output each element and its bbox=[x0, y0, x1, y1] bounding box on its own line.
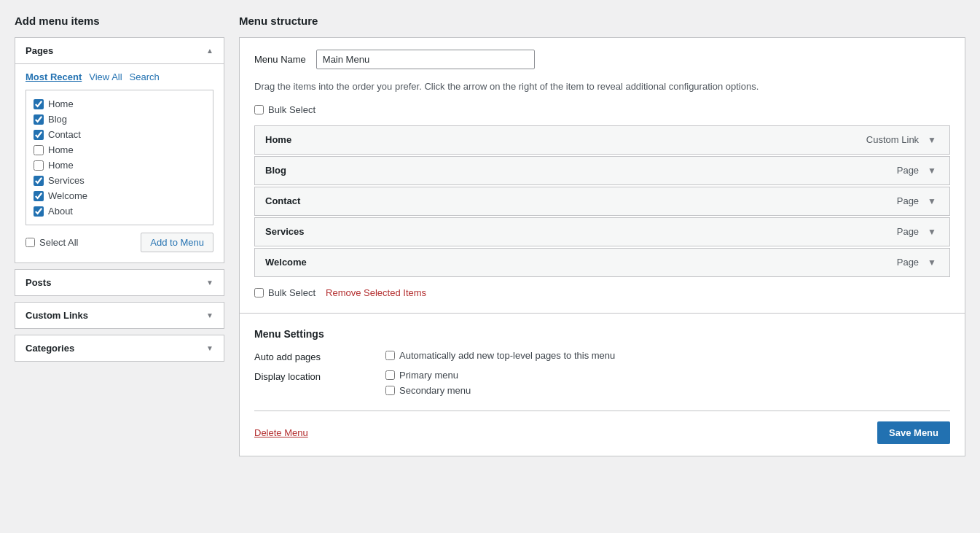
menu-name-input[interactable] bbox=[316, 50, 535, 69]
custom-links-section-label: Custom Links bbox=[26, 310, 88, 321]
posts-section-label: Posts bbox=[26, 277, 51, 288]
secondary-menu-option-label[interactable]: Secondary menu bbox=[385, 385, 471, 396]
page-item-home-unchecked1[interactable]: Home bbox=[34, 142, 205, 157]
pages-bottom-row: Select All Add to Menu bbox=[26, 233, 213, 252]
menu-items-list: Home Custom Link ▼ Blog Page ▼ bbox=[254, 125, 950, 277]
top-bulk-select-label[interactable]: Bulk Select bbox=[254, 104, 950, 115]
pages-accordion-body: Most Recent View All Search Home Blog bbox=[15, 63, 224, 262]
page-checkbox-welcome[interactable] bbox=[34, 191, 44, 201]
page-item-welcome-checked[interactable]: Welcome bbox=[34, 188, 205, 203]
menu-name-label: Menu Name bbox=[254, 54, 306, 65]
right-panel-title: Menu structure bbox=[239, 15, 965, 27]
pages-chevron-up-icon: ▲ bbox=[206, 47, 213, 55]
page-checkbox-home-1[interactable] bbox=[34, 99, 44, 109]
menu-item-services[interactable]: Services Page ▼ bbox=[254, 217, 950, 246]
custom-links-accordion-header[interactable]: Custom Links ▼ bbox=[15, 303, 224, 328]
menu-item-home-expand-button[interactable]: ▼ bbox=[925, 133, 939, 147]
drag-hint: Drag the items into the order you prefer… bbox=[254, 79, 950, 94]
menu-item-blog[interactable]: Blog Page ▼ bbox=[254, 156, 950, 185]
page-item-home-checked[interactable]: Home bbox=[34, 96, 205, 112]
pages-accordion-header[interactable]: Pages ▲ bbox=[15, 38, 224, 63]
footer-row: Delete Menu Save Menu bbox=[254, 411, 950, 444]
top-bulk-select-row: Bulk Select bbox=[254, 104, 950, 115]
menu-settings-title: Menu Settings bbox=[254, 328, 950, 340]
delete-menu-link[interactable]: Delete Menu bbox=[254, 427, 308, 438]
add-menu-items-panel: Add menu items Pages ▲ Most Recent View … bbox=[15, 15, 224, 367]
display-location-label: Display location bbox=[254, 370, 371, 396]
divider bbox=[240, 313, 965, 314]
pages-section-label: Pages bbox=[26, 45, 53, 56]
menu-name-row: Menu Name bbox=[254, 50, 950, 69]
posts-chevron-down-icon: ▼ bbox=[206, 279, 213, 287]
top-bulk-select-checkbox[interactable] bbox=[254, 105, 264, 114]
primary-menu-option-label[interactable]: Primary menu bbox=[385, 370, 471, 381]
select-all-checkbox[interactable] bbox=[26, 238, 35, 247]
page-checkbox-home-3[interactable] bbox=[34, 160, 44, 171]
posts-accordion: Posts ▼ bbox=[15, 269, 224, 296]
auto-add-checkbox[interactable] bbox=[385, 351, 395, 360]
categories-chevron-down-icon: ▼ bbox=[206, 344, 213, 352]
page-item-home-unchecked2[interactable]: Home bbox=[34, 157, 205, 173]
page-item-blog-checked[interactable]: Blog bbox=[34, 112, 205, 127]
left-panel-title: Add menu items bbox=[15, 15, 224, 27]
primary-menu-checkbox[interactable] bbox=[385, 370, 395, 380]
categories-accordion: Categories ▼ bbox=[15, 335, 224, 362]
menu-item-contact[interactable]: Contact Page ▼ bbox=[254, 187, 950, 216]
custom-links-accordion: Custom Links ▼ bbox=[15, 302, 224, 329]
remove-selected-link[interactable]: Remove Selected Items bbox=[326, 287, 426, 298]
categories-accordion-header[interactable]: Categories ▼ bbox=[15, 335, 224, 361]
save-menu-button[interactable]: Save Menu bbox=[877, 421, 950, 444]
auto-add-pages-row: Auto add pages Automatically add new top… bbox=[254, 350, 950, 362]
posts-accordion-header[interactable]: Posts ▼ bbox=[15, 270, 224, 295]
menu-item-welcome[interactable]: Welcome Page ▼ bbox=[254, 248, 950, 277]
page-item-contact-checked[interactable]: Contact bbox=[34, 127, 205, 142]
bottom-bulk-select-row: Bulk Select Remove Selected Items bbox=[254, 287, 950, 298]
select-all-label[interactable]: Select All bbox=[26, 237, 78, 248]
bottom-bulk-select-checkbox[interactable] bbox=[254, 288, 264, 297]
menu-structure-panel: Menu structure Menu Name Drag the items … bbox=[239, 15, 965, 456]
secondary-menu-checkbox[interactable] bbox=[385, 386, 395, 395]
menu-structure-box: Menu Name Drag the items into the order … bbox=[239, 37, 965, 456]
pages-accordion: Pages ▲ Most Recent View All Search Home bbox=[15, 37, 224, 263]
categories-section-label: Categories bbox=[26, 343, 74, 354]
menu-item-welcome-expand-button[interactable]: ▼ bbox=[925, 256, 939, 269]
page-item-about-checked[interactable]: About bbox=[34, 203, 205, 219]
menu-item-home[interactable]: Home Custom Link ▼ bbox=[254, 125, 950, 155]
page-checkbox-blog[interactable] bbox=[34, 114, 44, 125]
page-checkbox-home-2[interactable] bbox=[34, 145, 44, 155]
page-item-services-checked[interactable]: Services bbox=[34, 173, 205, 188]
tab-most-recent[interactable]: Most Recent bbox=[26, 71, 82, 82]
tab-search[interactable]: Search bbox=[130, 71, 160, 82]
tab-view-all[interactable]: View All bbox=[89, 71, 122, 82]
pages-tabs-row: Most Recent View All Search bbox=[26, 71, 213, 82]
add-to-menu-button[interactable]: Add to Menu bbox=[141, 233, 213, 252]
custom-links-chevron-down-icon: ▼ bbox=[206, 311, 213, 319]
auto-add-label: Auto add pages bbox=[254, 350, 371, 362]
pages-list: Home Blog Contact Home bbox=[26, 90, 213, 225]
menu-item-blog-expand-button[interactable]: ▼ bbox=[925, 164, 939, 177]
bottom-bulk-select-label[interactable]: Bulk Select bbox=[254, 287, 315, 298]
menu-item-contact-expand-button[interactable]: ▼ bbox=[925, 195, 939, 208]
page-checkbox-services[interactable] bbox=[34, 176, 44, 186]
auto-add-option-label[interactable]: Automatically add new top-level pages to… bbox=[385, 350, 615, 361]
page-checkbox-contact[interactable] bbox=[34, 130, 44, 140]
menu-item-services-expand-button[interactable]: ▼ bbox=[925, 225, 939, 238]
page-checkbox-about[interactable] bbox=[34, 206, 44, 217]
display-location-row: Display location Primary menu Secondary … bbox=[254, 370, 950, 396]
